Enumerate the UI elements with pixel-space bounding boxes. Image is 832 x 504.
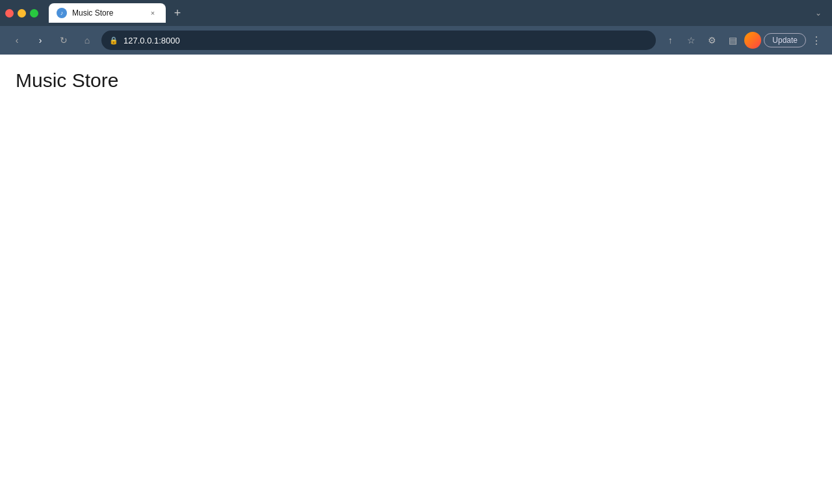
- forward-icon: ›: [39, 35, 42, 45]
- page-heading: Music Store: [16, 68, 816, 93]
- window-controls: [5, 9, 38, 18]
- reload-icon: ↻: [60, 35, 68, 45]
- nav-bar: ‹ › ↻ ⌂ 🔒 ↑ ☆ ⚙ ▤: [0, 26, 832, 55]
- home-button[interactable]: ⌂: [78, 31, 96, 49]
- share-button[interactable]: ↑: [661, 31, 679, 49]
- bookmark-button[interactable]: ☆: [682, 31, 700, 49]
- browser-chrome: ♪ Music Store × + ⌄ ‹ › ↻ ⌂ 🔒: [0, 0, 832, 55]
- back-button[interactable]: ‹: [8, 31, 26, 49]
- menu-dots-icon[interactable]: ⋮: [809, 34, 824, 47]
- tab-bar: ♪ Music Store × + ⌄: [0, 0, 832, 26]
- maximize-button[interactable]: [30, 9, 38, 18]
- nav-actions: ↑ ☆ ⚙ ▤ Update ⋮: [661, 31, 824, 49]
- minimize-button[interactable]: [18, 9, 26, 18]
- tab-title: Music Store: [72, 8, 142, 18]
- tab-favicon: ♪: [57, 8, 67, 18]
- address-bar-container[interactable]: 🔒: [101, 31, 656, 50]
- address-bar[interactable]: [124, 36, 648, 45]
- extensions-button[interactable]: ⚙: [703, 31, 721, 49]
- back-icon: ‹: [16, 35, 19, 45]
- sidebar-toggle-button[interactable]: ▤: [723, 31, 742, 49]
- tab-bar-end: ⌄: [810, 6, 827, 20]
- tab-close-button[interactable]: ×: [148, 8, 158, 18]
- bookmark-icon: ☆: [687, 35, 696, 45]
- new-tab-button[interactable]: +: [168, 4, 187, 22]
- avatar[interactable]: [744, 32, 761, 49]
- extensions-icon: ⚙: [708, 35, 716, 45]
- sidebar-icon: ▤: [729, 35, 737, 45]
- chevron-down-icon[interactable]: ⌄: [810, 6, 827, 20]
- update-button[interactable]: Update: [764, 33, 806, 47]
- reload-button[interactable]: ↻: [55, 31, 73, 49]
- browser-tab[interactable]: ♪ Music Store ×: [49, 3, 166, 23]
- page-content: Music Store: [0, 55, 832, 504]
- forward-button[interactable]: ›: [31, 31, 49, 49]
- share-icon: ↑: [668, 35, 673, 45]
- close-button[interactable]: [5, 9, 14, 18]
- lock-icon: 🔒: [109, 36, 118, 45]
- home-icon: ⌂: [84, 35, 90, 45]
